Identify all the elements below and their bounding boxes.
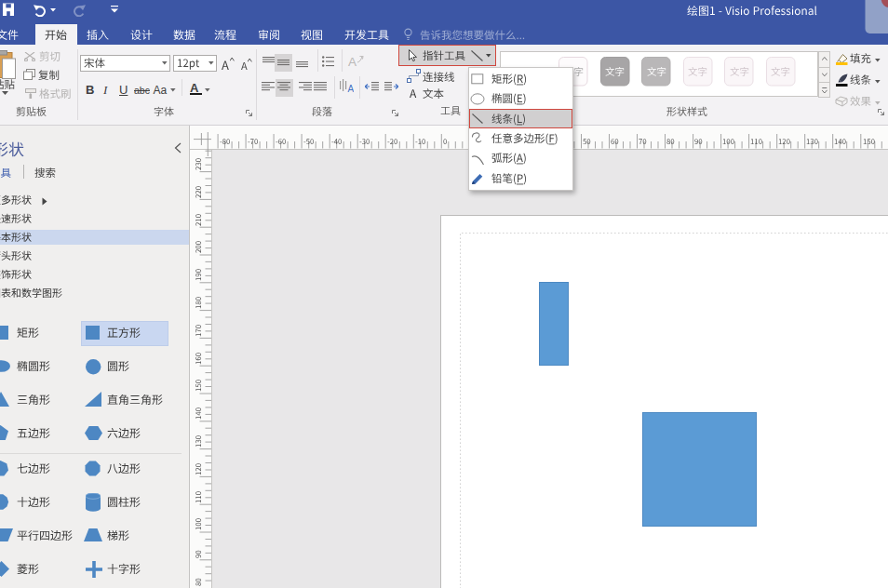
svg-text:A: A <box>348 84 355 93</box>
